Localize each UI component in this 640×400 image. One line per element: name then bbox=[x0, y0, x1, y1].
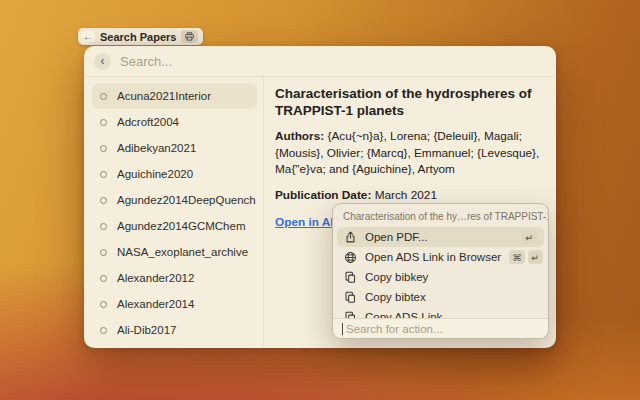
paper-list-item-label: Aguichine2020 bbox=[117, 168, 193, 180]
circle-icon bbox=[100, 171, 107, 178]
paper-list-item-label: Ali-Dib2017 bbox=[117, 324, 176, 336]
circle-icon bbox=[100, 275, 107, 282]
paper-list-item[interactable]: Alibert2005 bbox=[92, 343, 257, 347]
pubdate-label: Publication Date: bbox=[275, 188, 371, 202]
paper-list-item[interactable]: Adibekyan2021 bbox=[92, 135, 257, 161]
paper-list-item[interactable]: Alexander2012 bbox=[92, 265, 257, 291]
paper-list-item[interactable]: Agundez2014DeepQuench bbox=[92, 187, 257, 213]
paper-list-item[interactable]: Adcroft2004 bbox=[92, 109, 257, 135]
copy-icon bbox=[344, 291, 357, 304]
paper-list-item-label: Alexander2014 bbox=[117, 298, 194, 310]
paper-list-item-label: Adibekyan2021 bbox=[117, 142, 196, 154]
action-menu-item[interactable]: Copy bibkey bbox=[337, 267, 544, 287]
nav-pill[interactable]: ← Search Papers bbox=[78, 28, 203, 45]
copy-icon bbox=[344, 271, 357, 284]
action-search-placeholder: Search for action... bbox=[346, 323, 443, 335]
action-panel-header: Characterisation of the hy…res of TRAPPI… bbox=[333, 204, 548, 227]
search-input[interactable] bbox=[120, 54, 546, 69]
pubdate-value: March 2021 bbox=[375, 188, 437, 202]
action-menu: Open PDF... ↵ Open ADS Link in Browser ⌘… bbox=[333, 227, 548, 327]
paper-list-item[interactable]: Ali-Dib2017 bbox=[92, 317, 257, 343]
share-icon bbox=[344, 231, 357, 244]
shortcut-keys: ↵ bbox=[522, 230, 537, 244]
back-button[interactable]: ‹ bbox=[94, 53, 111, 70]
action-menu-item-label: Open PDF... bbox=[365, 231, 428, 243]
paper-list-item[interactable]: NASA_exoplanet_archive bbox=[92, 239, 257, 265]
back-arrow-icon[interactable]: ← bbox=[81, 31, 95, 42]
circle-icon bbox=[100, 223, 107, 230]
paper-pubdate: Publication Date: March 2021 bbox=[275, 187, 544, 204]
desktop-wallpaper: ← Search Papers ‹ Acuna2021Interior Adcr… bbox=[0, 0, 640, 400]
paper-list-item[interactable]: Alexander2014 bbox=[92, 291, 257, 317]
authors-label: Authors: bbox=[275, 129, 324, 143]
shortcut-key: ⌘ bbox=[509, 250, 525, 264]
action-search-input[interactable]: Search for action... bbox=[333, 318, 548, 338]
nav-pill-title: Search Papers bbox=[100, 31, 176, 43]
paper-list-item-label: Adcroft2004 bbox=[117, 116, 179, 128]
shortcut-keys: ⌘↵ bbox=[509, 250, 543, 264]
paper-list-item-label: Agundez2014GCMChem bbox=[117, 220, 246, 232]
globe-icon bbox=[344, 251, 357, 264]
action-menu-item[interactable]: Open PDF... ↵ bbox=[337, 227, 544, 247]
paper-list-item[interactable]: Acuna2021Interior bbox=[92, 83, 257, 109]
paper-list: Acuna2021Interior Adcroft2004 Adibekyan2… bbox=[84, 77, 264, 347]
paper-list-item[interactable]: Agundez2014GCMChem bbox=[92, 213, 257, 239]
shortcut-key: ↵ bbox=[522, 230, 537, 244]
action-menu-item-label: Copy bibkey bbox=[365, 271, 428, 283]
search-bar: ‹ bbox=[84, 46, 556, 77]
action-menu-item[interactable]: Open ADS Link in Browser ⌘↵ bbox=[337, 247, 544, 267]
action-menu-item-label: Open ADS Link in Browser bbox=[365, 251, 501, 263]
paper-title: Characterisation of the hydrospheres of … bbox=[275, 85, 544, 119]
text-caret bbox=[342, 323, 343, 335]
paper-authors: Authors: {Acu{~n}a}, Lorena; {Deleuil}, … bbox=[275, 128, 544, 178]
action-panel: Characterisation of the hy…res of TRAPPI… bbox=[332, 203, 549, 339]
paper-list-item-label: Agundez2014DeepQuench bbox=[117, 194, 256, 206]
action-menu-item-label: Copy bibtex bbox=[365, 291, 426, 303]
circle-icon bbox=[100, 145, 107, 152]
paper-list-item-label: Acuna2021Interior bbox=[117, 90, 211, 102]
paper-list-item-label: NASA_exoplanet_archive bbox=[117, 246, 248, 258]
circle-icon bbox=[100, 301, 107, 308]
action-menu-item[interactable]: Copy bibtex bbox=[337, 287, 544, 307]
circle-icon bbox=[100, 327, 107, 334]
paper-list-item-label: Alexander2012 bbox=[117, 272, 194, 284]
circle-icon bbox=[100, 119, 107, 126]
chevron-left-icon: ‹ bbox=[101, 55, 105, 67]
printer-icon bbox=[181, 30, 198, 43]
circle-icon bbox=[100, 197, 107, 204]
paper-list-item[interactable]: Aguichine2020 bbox=[92, 161, 257, 187]
circle-icon bbox=[100, 93, 107, 100]
shortcut-key: ↵ bbox=[528, 250, 543, 264]
circle-icon bbox=[100, 249, 107, 256]
